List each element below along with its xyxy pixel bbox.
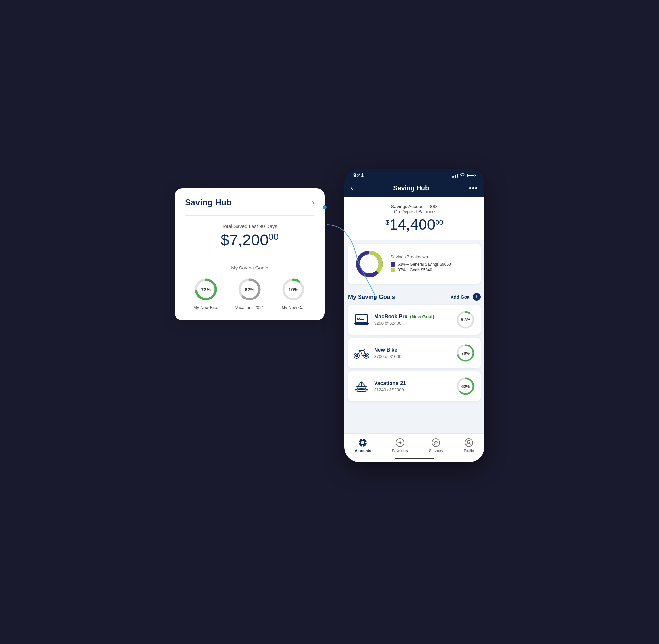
widget-divider2 (185, 258, 314, 258)
balance-dollar: $ (385, 219, 389, 226)
more-button[interactable]: ••• (469, 184, 478, 192)
svg-marker-40 (434, 441, 438, 444)
widget-header: Saving Hub › (185, 198, 314, 207)
balance-main: 14,400 (389, 217, 435, 232)
ship-icon (353, 378, 370, 394)
legend-color-general (390, 262, 395, 267)
goal-name-vacations: Vacations 21 (374, 381, 406, 386)
widget-divider (185, 215, 314, 216)
goals-header: My Saving Goals Add Goal + (348, 293, 480, 301)
widget-goal-percent-bike: 72% (201, 287, 211, 292)
widget-goal-percent-car: 10% (288, 287, 298, 292)
goals-section: My Saving Goals Add Goal + (344, 288, 484, 407)
legend-color-goals (390, 268, 395, 272)
donut-chart (355, 249, 384, 279)
widget-goals-title: My Saving Goals (185, 265, 314, 271)
goal-ring-vacations: 62% (456, 376, 475, 396)
svg-point-39 (432, 439, 440, 446)
breakdown-legend: Savings Breakdown 63% – General Savings … (390, 254, 474, 274)
signal-bars-icon (452, 173, 458, 178)
goal-percent-macbook: 8.3% (461, 317, 471, 322)
status-bar: 9:41 (344, 169, 484, 181)
home-indicator (344, 456, 484, 462)
phone-header: ‹ Saving Hub ••• (344, 181, 484, 198)
goal-ring-macbook: 8.3% (456, 310, 475, 329)
widget-goal-name-car: My New Car (281, 305, 305, 310)
breakdown-section: Savings Breakdown 63% – General Savings … (348, 244, 480, 284)
nav-profile[interactable]: Profile (460, 437, 478, 454)
wifi-icon (460, 173, 465, 179)
profile-label: Profile (464, 448, 474, 453)
legend-item-general: 63% – General Savings $9060 (390, 262, 474, 267)
goal-info-vacations: Vacations 21 $1240 of $2000 (374, 381, 451, 392)
services-icon (431, 438, 440, 447)
battery-fill (469, 175, 474, 177)
bike-icon (353, 345, 370, 361)
back-button[interactable]: ‹ (351, 184, 353, 192)
goals-title: My Saving Goals (348, 294, 395, 300)
nav-payments[interactable]: $ Payments (388, 437, 412, 454)
payments-label: Payments (392, 448, 408, 453)
svg-point-9 (360, 255, 379, 273)
widget-goal-item-car[interactable]: 10% My New Car (281, 277, 306, 310)
widget-main-amount: 7,200 (229, 231, 269, 249)
widget-title: Saving Hub (185, 198, 232, 207)
home-bar (395, 458, 434, 459)
goal-card-vacations[interactable]: Vacations 21 $1240 of $2000 62% (348, 371, 480, 401)
goal-name-macbook: MacBook Pro (374, 314, 407, 320)
widget-arrow-icon[interactable]: › (312, 198, 314, 207)
add-goal-button[interactable]: Add Goal + (451, 293, 480, 301)
accounts-icon (358, 438, 367, 447)
legend-item-goals: 37% – Goals $5340 (390, 268, 474, 272)
widget-saved-label: Total Saved Last 90 Days (185, 224, 314, 229)
goal-info-bike: New Bike $700 of $1000 (374, 347, 451, 359)
battery-icon (468, 174, 475, 178)
goal-sub-bike: $700 of $1000 (374, 354, 451, 359)
nav-accounts[interactable]: Accounts (351, 437, 375, 454)
goal-card-title-vacations: Vacations 21 (374, 381, 451, 386)
balance-section: Savings Account – 888 On Deposit Balance… (344, 198, 484, 240)
laptop-icon (353, 312, 370, 328)
bottom-nav: Accounts $ Payments (344, 433, 484, 456)
goal-percent-bike: 70% (461, 351, 470, 355)
goal-ring-bike: 70% (456, 343, 475, 363)
widget-goal-item-bike[interactable]: 72% My New Bike (194, 277, 218, 310)
goal-percent-vacations: 62% (461, 384, 470, 389)
legend-label-goals: 37% – Goals $5340 (398, 268, 432, 272)
add-goal-label: Add Goal (451, 294, 471, 299)
svg-point-42 (468, 440, 470, 443)
svg-point-29 (361, 441, 364, 444)
goal-card-bike[interactable]: New Bike $700 of $1000 70% (348, 338, 480, 368)
svg-text:$: $ (397, 441, 399, 444)
widget-goal-ring-car: 10% (281, 277, 306, 302)
widget-goal-name-bike: My New Bike (194, 305, 218, 310)
goal-card-macbook[interactable]: MacBook Pro (New Goal) $200 of $2400 8.3… (348, 305, 480, 335)
phone-header-title: Saving Hub (393, 184, 429, 192)
goal-info-macbook: MacBook Pro (New Goal) $200 of $2400 (374, 314, 451, 326)
breakdown-title: Savings Breakdown (390, 254, 474, 259)
widget-goal-ring-vacations: 62% (237, 277, 262, 302)
accounts-label: Accounts (355, 448, 371, 453)
phone-content: Savings Account – 888 On Deposit Balance… (344, 198, 484, 433)
status-time: 9:41 (353, 172, 364, 179)
add-goal-icon: + (473, 293, 480, 301)
widget-dollar: $ (221, 231, 229, 249)
svg-rect-12 (357, 318, 359, 319)
balance-cents: 00 (435, 219, 443, 226)
services-label: Services (429, 448, 443, 453)
svg-point-41 (465, 439, 473, 446)
nav-services[interactable]: Services (425, 437, 447, 454)
widget-cents: 00 (269, 232, 279, 242)
goal-card-title-macbook: MacBook Pro (New Goal) (374, 314, 451, 320)
widget-goal-item-vacations[interactable]: 62% Vacations 2021 (235, 277, 264, 310)
widget-card: Saving Hub › Total Saved Last 90 Days $7… (175, 188, 325, 320)
widget-goals-row: 72% My New Bike 62% Vacations 2021 (185, 277, 314, 310)
balance-amount: $ 14,400 00 (351, 217, 478, 232)
widget-goal-percent-vacations: 62% (245, 287, 254, 292)
account-name: Savings Account – 888 On Deposit Balance (351, 204, 478, 214)
profile-icon (464, 438, 473, 447)
widget-goal-name-vacations: Vacations 2021 (235, 305, 264, 310)
new-goal-badge: (New Goal) (410, 314, 434, 319)
goal-sub-macbook: $200 of $2400 (374, 321, 451, 326)
status-icons (452, 173, 475, 179)
